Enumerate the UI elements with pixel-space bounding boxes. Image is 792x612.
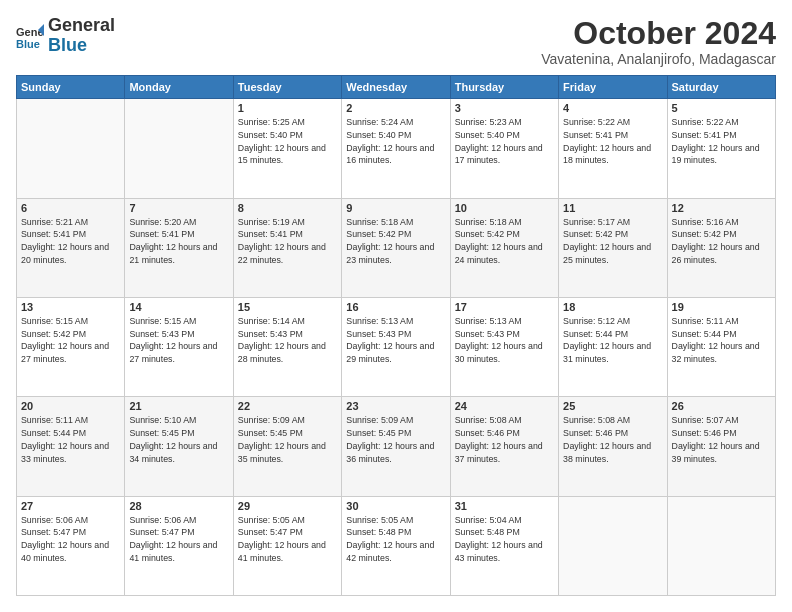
day-info: Sunrise: 5:05 AM Sunset: 5:48 PM Dayligh…	[346, 514, 445, 565]
day-info: Sunrise: 5:22 AM Sunset: 5:41 PM Dayligh…	[563, 116, 662, 167]
calendar: SundayMondayTuesdayWednesdayThursdayFrid…	[16, 75, 776, 596]
day-number: 21	[129, 400, 228, 412]
calendar-cell: 3Sunrise: 5:23 AM Sunset: 5:40 PM Daylig…	[450, 99, 558, 198]
calendar-cell: 22Sunrise: 5:09 AM Sunset: 5:45 PM Dayli…	[233, 397, 341, 496]
calendar-cell	[667, 496, 775, 595]
calendar-cell: 30Sunrise: 5:05 AM Sunset: 5:48 PM Dayli…	[342, 496, 450, 595]
header: General Blue General Blue October 2024 V…	[16, 16, 776, 67]
day-info: Sunrise: 5:18 AM Sunset: 5:42 PM Dayligh…	[346, 216, 445, 267]
calendar-week-2: 6Sunrise: 5:21 AM Sunset: 5:41 PM Daylig…	[17, 198, 776, 297]
day-number: 1	[238, 102, 337, 114]
calendar-cell: 1Sunrise: 5:25 AM Sunset: 5:40 PM Daylig…	[233, 99, 341, 198]
calendar-cell: 29Sunrise: 5:05 AM Sunset: 5:47 PM Dayli…	[233, 496, 341, 595]
calendar-cell: 14Sunrise: 5:15 AM Sunset: 5:43 PM Dayli…	[125, 297, 233, 396]
calendar-cell: 26Sunrise: 5:07 AM Sunset: 5:46 PM Dayli…	[667, 397, 775, 496]
calendar-cell: 6Sunrise: 5:21 AM Sunset: 5:41 PM Daylig…	[17, 198, 125, 297]
day-info: Sunrise: 5:21 AM Sunset: 5:41 PM Dayligh…	[21, 216, 120, 267]
day-info: Sunrise: 5:06 AM Sunset: 5:47 PM Dayligh…	[21, 514, 120, 565]
day-number: 26	[672, 400, 771, 412]
day-number: 31	[455, 500, 554, 512]
day-info: Sunrise: 5:24 AM Sunset: 5:40 PM Dayligh…	[346, 116, 445, 167]
day-info: Sunrise: 5:09 AM Sunset: 5:45 PM Dayligh…	[238, 414, 337, 465]
day-number: 8	[238, 202, 337, 214]
col-header-thursday: Thursday	[450, 76, 558, 99]
col-header-friday: Friday	[559, 76, 667, 99]
calendar-cell: 10Sunrise: 5:18 AM Sunset: 5:42 PM Dayli…	[450, 198, 558, 297]
day-info: Sunrise: 5:07 AM Sunset: 5:46 PM Dayligh…	[672, 414, 771, 465]
day-info: Sunrise: 5:15 AM Sunset: 5:43 PM Dayligh…	[129, 315, 228, 366]
logo: General Blue General Blue	[16, 16, 115, 56]
day-info: Sunrise: 5:17 AM Sunset: 5:42 PM Dayligh…	[563, 216, 662, 267]
day-number: 3	[455, 102, 554, 114]
calendar-cell: 8Sunrise: 5:19 AM Sunset: 5:41 PM Daylig…	[233, 198, 341, 297]
calendar-cell	[125, 99, 233, 198]
day-number: 4	[563, 102, 662, 114]
day-info: Sunrise: 5:04 AM Sunset: 5:48 PM Dayligh…	[455, 514, 554, 565]
calendar-cell: 23Sunrise: 5:09 AM Sunset: 5:45 PM Dayli…	[342, 397, 450, 496]
calendar-header-row: SundayMondayTuesdayWednesdayThursdayFrid…	[17, 76, 776, 99]
calendar-cell: 17Sunrise: 5:13 AM Sunset: 5:43 PM Dayli…	[450, 297, 558, 396]
day-number: 24	[455, 400, 554, 412]
day-number: 25	[563, 400, 662, 412]
calendar-cell: 11Sunrise: 5:17 AM Sunset: 5:42 PM Dayli…	[559, 198, 667, 297]
calendar-cell: 25Sunrise: 5:08 AM Sunset: 5:46 PM Dayli…	[559, 397, 667, 496]
day-info: Sunrise: 5:25 AM Sunset: 5:40 PM Dayligh…	[238, 116, 337, 167]
day-info: Sunrise: 5:05 AM Sunset: 5:47 PM Dayligh…	[238, 514, 337, 565]
day-number: 27	[21, 500, 120, 512]
calendar-cell: 31Sunrise: 5:04 AM Sunset: 5:48 PM Dayli…	[450, 496, 558, 595]
day-number: 11	[563, 202, 662, 214]
svg-text:Blue: Blue	[16, 38, 40, 50]
day-info: Sunrise: 5:11 AM Sunset: 5:44 PM Dayligh…	[672, 315, 771, 366]
title-block: October 2024 Vavatenina, Analanjirofo, M…	[541, 16, 776, 67]
calendar-cell: 21Sunrise: 5:10 AM Sunset: 5:45 PM Dayli…	[125, 397, 233, 496]
calendar-cell: 4Sunrise: 5:22 AM Sunset: 5:41 PM Daylig…	[559, 99, 667, 198]
day-number: 17	[455, 301, 554, 313]
calendar-cell: 15Sunrise: 5:14 AM Sunset: 5:43 PM Dayli…	[233, 297, 341, 396]
day-info: Sunrise: 5:15 AM Sunset: 5:42 PM Dayligh…	[21, 315, 120, 366]
calendar-cell	[17, 99, 125, 198]
calendar-cell: 28Sunrise: 5:06 AM Sunset: 5:47 PM Dayli…	[125, 496, 233, 595]
day-number: 5	[672, 102, 771, 114]
calendar-cell: 12Sunrise: 5:16 AM Sunset: 5:42 PM Dayli…	[667, 198, 775, 297]
day-info: Sunrise: 5:12 AM Sunset: 5:44 PM Dayligh…	[563, 315, 662, 366]
col-header-monday: Monday	[125, 76, 233, 99]
day-number: 29	[238, 500, 337, 512]
day-number: 14	[129, 301, 228, 313]
day-number: 9	[346, 202, 445, 214]
col-header-tuesday: Tuesday	[233, 76, 341, 99]
day-number: 12	[672, 202, 771, 214]
day-info: Sunrise: 5:22 AM Sunset: 5:41 PM Dayligh…	[672, 116, 771, 167]
day-number: 16	[346, 301, 445, 313]
calendar-cell	[559, 496, 667, 595]
day-info: Sunrise: 5:08 AM Sunset: 5:46 PM Dayligh…	[455, 414, 554, 465]
col-header-wednesday: Wednesday	[342, 76, 450, 99]
calendar-cell: 13Sunrise: 5:15 AM Sunset: 5:42 PM Dayli…	[17, 297, 125, 396]
day-number: 30	[346, 500, 445, 512]
day-info: Sunrise: 5:20 AM Sunset: 5:41 PM Dayligh…	[129, 216, 228, 267]
day-info: Sunrise: 5:14 AM Sunset: 5:43 PM Dayligh…	[238, 315, 337, 366]
calendar-cell: 16Sunrise: 5:13 AM Sunset: 5:43 PM Dayli…	[342, 297, 450, 396]
svg-text:General: General	[16, 26, 44, 38]
day-number: 15	[238, 301, 337, 313]
day-info: Sunrise: 5:18 AM Sunset: 5:42 PM Dayligh…	[455, 216, 554, 267]
month-title: October 2024	[541, 16, 776, 51]
calendar-cell: 18Sunrise: 5:12 AM Sunset: 5:44 PM Dayli…	[559, 297, 667, 396]
logo-general-text: General	[48, 15, 115, 35]
calendar-week-1: 1Sunrise: 5:25 AM Sunset: 5:40 PM Daylig…	[17, 99, 776, 198]
col-header-sunday: Sunday	[17, 76, 125, 99]
day-number: 28	[129, 500, 228, 512]
day-info: Sunrise: 5:08 AM Sunset: 5:46 PM Dayligh…	[563, 414, 662, 465]
day-number: 19	[672, 301, 771, 313]
logo-icon: General Blue	[16, 22, 44, 50]
day-info: Sunrise: 5:16 AM Sunset: 5:42 PM Dayligh…	[672, 216, 771, 267]
day-number: 6	[21, 202, 120, 214]
calendar-cell: 27Sunrise: 5:06 AM Sunset: 5:47 PM Dayli…	[17, 496, 125, 595]
day-info: Sunrise: 5:23 AM Sunset: 5:40 PM Dayligh…	[455, 116, 554, 167]
col-header-saturday: Saturday	[667, 76, 775, 99]
day-number: 7	[129, 202, 228, 214]
day-number: 23	[346, 400, 445, 412]
calendar-cell: 5Sunrise: 5:22 AM Sunset: 5:41 PM Daylig…	[667, 99, 775, 198]
calendar-cell: 9Sunrise: 5:18 AM Sunset: 5:42 PM Daylig…	[342, 198, 450, 297]
calendar-week-5: 27Sunrise: 5:06 AM Sunset: 5:47 PM Dayli…	[17, 496, 776, 595]
calendar-week-4: 20Sunrise: 5:11 AM Sunset: 5:44 PM Dayli…	[17, 397, 776, 496]
